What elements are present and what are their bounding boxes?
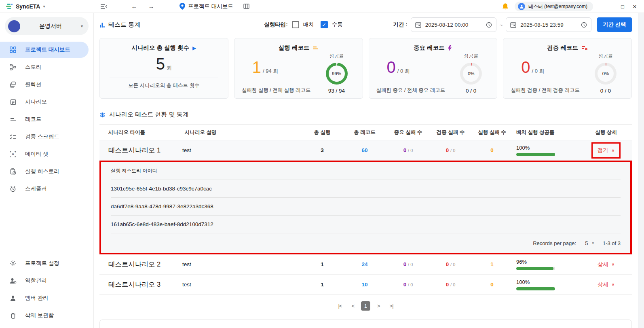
prev-page-button[interactable]: < <box>348 301 357 311</box>
window-maximize-button[interactable]: □ <box>617 1 628 12</box>
success-donut: 0% <box>595 63 617 85</box>
user-account-chip[interactable]: 테스터 (test@empasy.com) <box>515 2 593 11</box>
user-name: 테스터 (test@empasy.com) <box>528 3 587 10</box>
main-content: 테스트 통계 실행타입: 배치 ✓ 수동 기간 : 2025-08-12 00 <box>94 13 644 328</box>
table-row[interactable]: 테스트시나리오 3 test 1 10 0 / 0 0 / 0 0 100% 상… <box>99 275 632 295</box>
sidebar-item-scheduler[interactable]: 스케줄러 <box>0 181 93 197</box>
next-page-button[interactable]: > <box>374 301 383 311</box>
card-title: 중요 레코드 <box>414 44 445 52</box>
verify-record-icon <box>581 46 588 50</box>
card-unit: 회 <box>167 65 172 71</box>
history-id-row[interactable]: da6df7e8-9aa8-478d-9987-3e822a3dc368 <box>111 198 621 216</box>
sidebar-item-dataset[interactable]: A 데이터 셋 <box>0 146 93 162</box>
card-run-records: 실행 레코드 1/ 94 회 실패한 실행 / 전체 실행 레코드 성공률 <box>234 38 363 99</box>
sidebar-item-run-history[interactable]: 실행 히스토리 <box>0 163 93 180</box>
card-desc: 실패한 검증 / 전체 검증 레코드 <box>511 87 587 94</box>
sidebar-item-label: 프로젝트 대시보드 <box>25 46 70 53</box>
scenario-title-cell: 테스트시나리오 1 <box>99 146 182 155</box>
batch-checkbox[interactable] <box>292 21 299 28</box>
sidebar-item-label: 역할관리 <box>25 277 47 284</box>
sidebar-item-trash[interactable]: 삭제 보관함 <box>0 307 93 324</box>
titlebar: SyncETA ▾ ← → 프로젝트 대시보드 <box>0 0 644 13</box>
date-to-value: 2025-08-15 23:59 <box>520 22 577 28</box>
card-desc: 실패한 실행 / 전체 실행 레코드 <box>242 87 318 94</box>
donut-percent: 0% <box>460 63 482 85</box>
sidebar-item-project-settings[interactable]: 프로젝트 설정 <box>0 255 93 271</box>
table-row[interactable]: 테스트시나리오 1 test 3 60 0 / 0 0 / 0 0 100% <box>99 140 632 161</box>
verify-fail-cell: 0 / 0 <box>429 281 472 288</box>
sidebar-item-record[interactable]: 레코드 <box>0 111 93 127</box>
lightning-icon <box>448 45 452 51</box>
scenario-desc-cell: test <box>182 281 302 288</box>
manual-checkbox[interactable]: ✓ <box>321 21 328 28</box>
card-value: 1 <box>252 58 261 76</box>
sidebar-item-scenario[interactable]: 시나리오 <box>0 94 93 110</box>
record-icon <box>9 117 17 121</box>
sidebar-item-collection[interactable]: 콜렉션 <box>0 76 93 93</box>
date-to-input[interactable]: 2025-08-15 23:59 <box>506 17 591 32</box>
bar-chart-icon <box>99 22 105 28</box>
current-page-button[interactable]: 1 <box>361 301 370 311</box>
sidebar-item-role-management[interactable]: 역할관리 <box>0 273 93 289</box>
batch-rate-cell: 96% <box>512 259 580 270</box>
card-value: 0 <box>387 58 396 76</box>
success-rate-label: 성공률 <box>598 53 613 59</box>
donut-percent: 0% <box>595 63 617 85</box>
project-caret-icon: ▾ <box>81 24 83 28</box>
sidebar-collapse-icon[interactable] <box>99 2 108 11</box>
success-fraction: 93 / 94 <box>328 88 345 94</box>
stats-title-text: 테스트 통계 <box>108 21 140 29</box>
history-id-row[interactable]: 161ab65c-6e8d-483e-baef-8dd2100d7312 <box>111 216 621 233</box>
app-logo[interactable]: SyncETA ▾ <box>0 3 94 10</box>
expand-detail-button[interactable]: 상세∨ <box>598 261 614 268</box>
records-per-page-select[interactable]: 5 ▾ <box>585 240 594 246</box>
notification-bell-icon[interactable] <box>502 3 509 10</box>
success-fraction: 0 / 0 <box>600 88 611 94</box>
window-close-button[interactable]: ✕ <box>629 1 640 12</box>
vertical-scrollbar[interactable] <box>638 13 644 328</box>
map-icon[interactable] <box>242 2 251 11</box>
total-records-cell: 24 <box>342 261 387 267</box>
sidebar-item-story[interactable]: 스토리 <box>0 59 93 75</box>
sidebar-item-verify-script[interactable]: 검증 스크립트 <box>0 129 93 145</box>
date-from-input[interactable]: 2025-08-12 00:00 <box>411 17 496 32</box>
success-fraction: 0 / 0 <box>466 88 476 94</box>
sidebar: 운영서버 ▾ 프로젝트 대시보드 스토리 <box>0 13 94 328</box>
project-avatar <box>8 20 20 32</box>
collection-icon <box>9 81 17 88</box>
period-select-button[interactable]: 기간 선택 <box>597 17 632 32</box>
run-fail-cell: 1 <box>472 261 512 267</box>
stats-section-title: 테스트 통계 <box>99 21 140 29</box>
first-page-button[interactable]: |< <box>335 301 344 311</box>
batch-checkbox-label[interactable]: 배치 <box>303 21 314 28</box>
history-id-row[interactable]: 1301c95e-655f-4e1b-bd38-c93c9c7a0cac <box>111 180 621 198</box>
manual-checkbox-label[interactable]: 수동 <box>332 21 343 28</box>
last-page-button[interactable]: >| <box>387 301 396 311</box>
project-selector[interactable]: 운영서버 ▾ <box>5 17 89 35</box>
svg-text:A: A <box>12 152 15 156</box>
table-row[interactable]: 테스트시나리오 2 test 1 24 0 / 0 0 / 0 1 96% 상세… <box>99 254 632 275</box>
logo-caret-icon[interactable]: ▾ <box>43 4 45 8</box>
sidebar-item-label: 콜렉션 <box>25 81 42 88</box>
collapse-detail-button[interactable]: 접기∧ <box>598 147 614 154</box>
project-name: 운영서버 <box>20 23 81 30</box>
period-label: 기간 : <box>393 21 407 28</box>
back-arrow-icon[interactable]: ← <box>129 2 139 11</box>
window-minimize-button[interactable]: – <box>605 1 616 12</box>
chevron-down-icon: ∨ <box>612 282 614 287</box>
batch-progress-bar <box>516 153 555 156</box>
card-ratio: / 0 회 <box>532 68 545 74</box>
col-verify-fails: 검증 실패 수 <box>429 129 472 136</box>
card-ratio: / 94 회 <box>263 68 278 74</box>
run-fail-cell: 0 <box>472 281 512 288</box>
verify-fail-cell: 0 / 0 <box>429 147 472 153</box>
sidebar-item-member-management[interactable]: 멤버 관리 <box>0 290 93 306</box>
expand-detail-button[interactable]: 상세∨ <box>598 281 614 288</box>
forward-arrow-icon[interactable]: → <box>146 2 156 11</box>
user-avatar <box>518 3 525 10</box>
total-records-cell: 60 <box>342 147 387 153</box>
sidebar-item-label: 레코드 <box>25 116 42 123</box>
verify-fail-cell: 0 / 0 <box>429 261 472 267</box>
sidebar-item-dashboard[interactable]: 프로젝트 대시보드 <box>0 42 89 58</box>
total-runs-cell: 1 <box>302 261 342 267</box>
